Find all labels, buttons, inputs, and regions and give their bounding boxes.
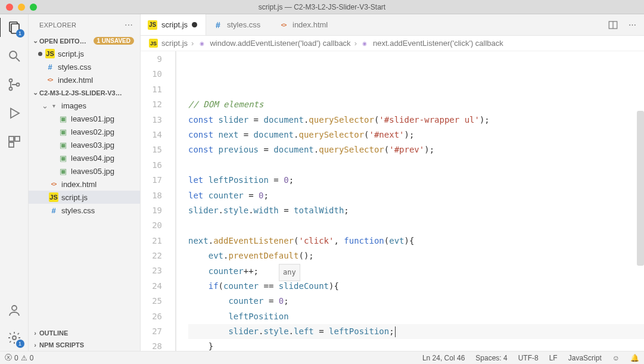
code-line[interactable]: let leftPosition = 0; xyxy=(188,173,644,188)
line-number: 13 xyxy=(141,113,162,127)
image-file-icon xyxy=(58,166,68,176)
chevron-down-icon: ⌄ xyxy=(31,89,39,97)
line-number: 12 xyxy=(141,97,162,112)
svg-point-11 xyxy=(12,306,17,310)
code-line[interactable] xyxy=(188,218,644,233)
type-hint-tooltip: any xyxy=(279,264,300,281)
code-line[interactable]: // DOM elements xyxy=(188,97,644,112)
css-file-icon xyxy=(213,20,223,30)
editor-tab[interactable]: styles.css xyxy=(206,14,272,35)
status-encoding[interactable]: UTF-8 xyxy=(518,354,539,362)
status-feedback-icon[interactable]: ☺ xyxy=(612,354,620,362)
code-line[interactable]: counter++; xyxy=(188,264,644,279)
code-line[interactable] xyxy=(188,158,644,173)
folder-item[interactable]: ⌄images xyxy=(29,99,140,112)
status-language[interactable]: JavaScript xyxy=(568,354,602,362)
js-file-icon: JS xyxy=(45,49,55,58)
file-name-label: leaves03.jpg xyxy=(71,141,114,150)
breadcrumb-file[interactable]: script.js xyxy=(161,39,188,48)
file-item[interactable]: styles.css xyxy=(29,204,140,217)
code-line[interactable]: leftPosition xyxy=(188,309,644,324)
search-icon[interactable] xyxy=(6,48,23,64)
svg-point-6 xyxy=(16,83,19,86)
code-line[interactable]: slider.style.left = leftPosition; xyxy=(188,324,644,339)
file-item[interactable]: index.html xyxy=(29,178,140,191)
open-editors-section[interactable]: ⌄ OPEN EDITO… 1 UNSAVED xyxy=(29,35,140,47)
maximize-window-icon[interactable] xyxy=(30,4,37,11)
status-notifications-icon[interactable]: 🔔 xyxy=(630,354,639,362)
run-debug-icon[interactable] xyxy=(6,105,23,122)
tab-bar: JSscript.jsstyles.cssindex.html ⋯ xyxy=(141,14,644,36)
settings-gear-icon[interactable]: 1 xyxy=(6,329,23,346)
chevron-right-icon: › xyxy=(31,329,39,337)
status-error-count: 0 xyxy=(14,354,18,362)
line-number: 22 xyxy=(141,248,162,263)
editor-group: JSscript.jsstyles.cssindex.html ⋯ JS scr… xyxy=(141,14,644,351)
editor-tab[interactable]: JSscript.js xyxy=(141,14,206,35)
status-cursor[interactable]: Ln 24, Col 46 xyxy=(422,354,465,362)
extensions-icon[interactable] xyxy=(6,133,23,150)
open-editor-item[interactable]: styles.css xyxy=(29,60,140,73)
source-control-icon[interactable] xyxy=(6,76,23,93)
image-file-icon xyxy=(58,153,68,163)
tab-label: script.js xyxy=(161,20,188,29)
editor-tab[interactable]: index.html xyxy=(272,14,337,35)
svg-point-12 xyxy=(13,336,16,340)
line-number: 18 xyxy=(141,188,162,203)
outline-section[interactable]: › OUTLINE xyxy=(29,327,140,339)
breadcrumb[interactable]: JS script.js › window.addEventListener('… xyxy=(141,36,644,51)
chevron-down-icon: ⌄ xyxy=(42,101,49,110)
status-spaces[interactable]: Spaces: 4 xyxy=(475,354,507,362)
scrollbar-thumb[interactable] xyxy=(637,111,644,266)
code-line[interactable]: evt.preventDefault(); xyxy=(188,248,644,263)
npm-scripts-section[interactable]: › NPM SCRIPTS xyxy=(29,339,140,351)
code-editor[interactable]: 910111213141516171819202122232425262728 … xyxy=(141,51,644,351)
explorer-icon[interactable]: 1 xyxy=(6,19,23,36)
line-number: 15 xyxy=(141,142,162,157)
code-line[interactable]: } xyxy=(188,339,644,351)
code-line[interactable]: if(counter == slideCount){ xyxy=(188,279,644,294)
file-item[interactable]: leaves03.jpg xyxy=(29,138,140,151)
code-line[interactable]: const next = document.querySelector('#ne… xyxy=(188,127,644,142)
js-file-icon: JS xyxy=(148,20,157,30)
code-line[interactable]: let counter = 0; xyxy=(188,188,644,203)
project-section[interactable]: ⌄ C2-M3-L2-JS-SLIDER-V3… xyxy=(29,86,140,99)
minimize-window-icon[interactable] xyxy=(18,4,25,11)
css-file-icon xyxy=(49,206,58,215)
close-window-icon[interactable] xyxy=(6,4,13,11)
status-eol[interactable]: LF xyxy=(549,354,558,362)
open-editor-item[interactable]: JSscript.js xyxy=(29,47,140,60)
file-name-label: script.js xyxy=(61,193,88,202)
code-line[interactable]: slider.style.width = totalWidth; xyxy=(188,203,644,218)
html-file-icon xyxy=(45,75,55,85)
code-line[interactable]: next.addEventListener('click', function(… xyxy=(188,234,644,248)
line-number: 10 xyxy=(141,67,162,82)
file-name-label: script.js xyxy=(58,49,84,58)
breadcrumb-seg1[interactable]: window.addEventListener('load') callback xyxy=(210,39,350,48)
status-errors[interactable]: ⓧ0 ⚠0 xyxy=(5,353,33,363)
window-title: script.js — C2-M3-L2-JS-Slider-V3-Start xyxy=(0,3,644,11)
code-line[interactable]: const slider = document.querySelector('#… xyxy=(188,113,644,127)
split-editor-icon[interactable] xyxy=(607,19,619,31)
activity-bar: 1 1 xyxy=(0,14,29,351)
code-line[interactable]: counter = 0; xyxy=(188,294,644,309)
file-item[interactable]: JSscript.js xyxy=(29,191,140,204)
editor-more-icon[interactable]: ⋯ xyxy=(626,19,638,31)
js-file-icon: JS xyxy=(49,192,58,202)
sidebar-more-icon[interactable]: ⋯ xyxy=(125,20,133,30)
code-line[interactable]: const previous = document.querySelector(… xyxy=(188,142,644,157)
image-file-icon xyxy=(58,127,68,136)
open-editor-item[interactable]: index.html xyxy=(29,73,140,86)
file-item[interactable]: leaves05.jpg xyxy=(29,164,140,178)
unsaved-badge: 1 UNSAVED xyxy=(94,37,135,45)
sidebar-title: EXPLORER xyxy=(39,21,76,29)
file-item[interactable]: leaves02.jpg xyxy=(29,125,140,138)
account-icon[interactable] xyxy=(6,302,23,319)
line-number: 26 xyxy=(141,309,162,324)
tab-label: index.html xyxy=(293,20,328,29)
file-item[interactable]: leaves01.jpg xyxy=(29,112,140,125)
open-editors-label: OPEN EDITO… xyxy=(39,38,86,45)
breadcrumb-seg2[interactable]: next.addEventListener('click') callback xyxy=(373,39,503,48)
symbol-icon xyxy=(197,39,206,48)
file-item[interactable]: leaves04.jpg xyxy=(29,151,140,164)
